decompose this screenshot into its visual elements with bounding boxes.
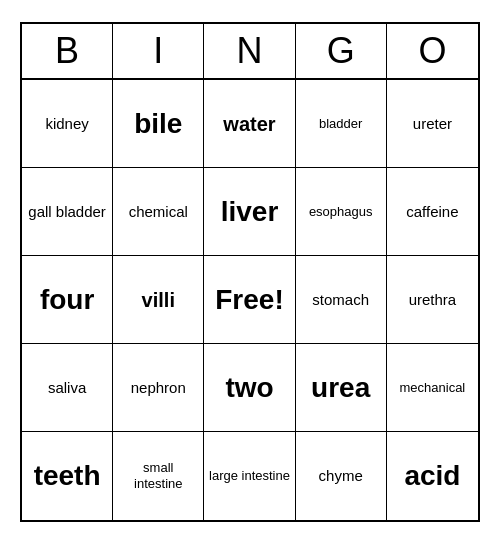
bingo-cell: mechanical — [387, 344, 478, 432]
header-letter: B — [22, 24, 113, 78]
bingo-cell: four — [22, 256, 113, 344]
bingo-cell: chemical — [113, 168, 204, 256]
bingo-cell: gall bladder — [22, 168, 113, 256]
bingo-cell: stomach — [296, 256, 387, 344]
header-letter: O — [387, 24, 478, 78]
bingo-grid: kidneybilewaterbladderuretergall bladder… — [22, 80, 478, 520]
bingo-cell: liver — [204, 168, 295, 256]
bingo-cell: large intestine — [204, 432, 295, 520]
bingo-cell: water — [204, 80, 295, 168]
bingo-header: BINGO — [22, 24, 478, 80]
bingo-card: BINGO kidneybilewaterbladderuretergall b… — [20, 22, 480, 522]
bingo-cell: kidney — [22, 80, 113, 168]
bingo-cell: Free! — [204, 256, 295, 344]
bingo-cell: saliva — [22, 344, 113, 432]
bingo-cell: caffeine — [387, 168, 478, 256]
bingo-cell: urethra — [387, 256, 478, 344]
bingo-cell: nephron — [113, 344, 204, 432]
bingo-cell: villi — [113, 256, 204, 344]
header-letter: N — [204, 24, 295, 78]
header-letter: G — [296, 24, 387, 78]
bingo-cell: acid — [387, 432, 478, 520]
bingo-cell: ureter — [387, 80, 478, 168]
bingo-cell: bladder — [296, 80, 387, 168]
header-letter: I — [113, 24, 204, 78]
bingo-cell: teeth — [22, 432, 113, 520]
bingo-cell: small intestine — [113, 432, 204, 520]
bingo-cell: esophagus — [296, 168, 387, 256]
bingo-cell: urea — [296, 344, 387, 432]
bingo-cell: chyme — [296, 432, 387, 520]
bingo-cell: two — [204, 344, 295, 432]
bingo-cell: bile — [113, 80, 204, 168]
